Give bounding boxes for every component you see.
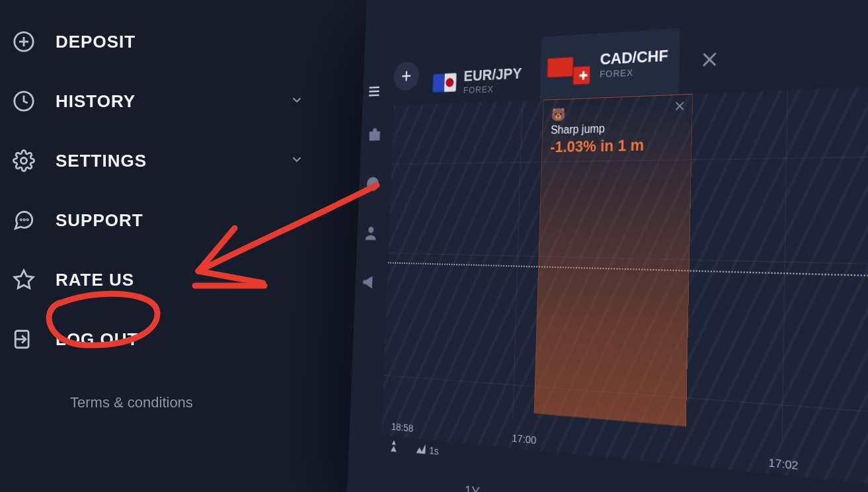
menu-label: SETTINGS <box>56 151 147 171</box>
globe-icon[interactable] <box>365 175 381 193</box>
hamburger-icon[interactable] <box>367 83 381 102</box>
flag-icon <box>547 56 574 77</box>
svg-marker-8 <box>15 270 33 288</box>
tf-3M[interactable]: 3M <box>528 478 577 492</box>
gear-icon <box>12 149 36 173</box>
trading-app: $10000 DEMO EUR/JPY FOREX <box>347 0 868 492</box>
svg-point-15 <box>368 227 374 233</box>
svg-point-4 <box>20 157 26 163</box>
close-icon[interactable] <box>673 99 686 116</box>
megaphone-icon[interactable] <box>361 272 377 292</box>
xaxis-tick: 17:02 <box>768 456 798 472</box>
flag-icon <box>432 73 457 93</box>
menu-label: RATE US <box>56 270 134 290</box>
star-icon <box>12 268 36 292</box>
bear-icon: 🐻 <box>551 102 684 123</box>
chat-icon <box>12 208 36 232</box>
alert-title: Sharp jump <box>551 120 684 137</box>
side-menu: DEPOSIT HISTORY SETTINGS SUPPORT RATE US <box>0 0 344 411</box>
alert-change: -1.03% in 1 m <box>550 135 683 157</box>
menu-item-rateus[interactable]: RATE US <box>12 250 344 309</box>
chart-type-tool[interactable]: 1s <box>414 441 439 458</box>
svg-point-5 <box>20 220 21 220</box>
briefcase-icon[interactable] <box>366 126 383 144</box>
menu-item-logout[interactable]: LOG OUT <box>12 309 344 369</box>
svg-line-12 <box>369 91 379 92</box>
user-icon[interactable] <box>363 224 379 242</box>
svg-line-17 <box>402 76 411 77</box>
menu-label: SUPPORT <box>56 210 143 231</box>
trading-app-perspective: $10000 DEMO EUR/JPY FOREX <box>357 0 868 492</box>
app-icon-rail <box>355 126 389 292</box>
price-chart[interactable]: 0.77502 0.77500 0.77495 0.77498 18:58 17… <box>381 83 868 492</box>
svg-point-7 <box>27 220 28 220</box>
xaxis-tick: 17:00 <box>512 431 536 446</box>
tf-1M[interactable]: 1M <box>613 488 665 492</box>
asset-tab-cadchf[interactable]: CAD/CHF FOREX <box>540 28 680 99</box>
candle-tf: 1s <box>429 444 439 457</box>
menu-label: LOG OUT <box>56 329 138 350</box>
menu-item-settings[interactable]: SETTINGS <box>12 131 344 190</box>
menu-label: HISTORY <box>56 91 136 112</box>
svg-point-6 <box>24 220 24 220</box>
chevron-down-icon <box>290 93 304 110</box>
drawing-tool[interactable] <box>387 438 399 454</box>
asset-tab-eurjpy[interactable]: EUR/JPY FOREX <box>426 57 533 104</box>
menu-item-history[interactable]: HISTORY <box>12 71 344 131</box>
logout-icon <box>12 327 36 351</box>
menu-item-support[interactable]: SUPPORT <box>12 190 344 250</box>
xaxis-tick: 18:58 <box>391 420 414 434</box>
svg-line-11 <box>370 87 379 88</box>
balance-mode: DEMO <box>848 0 868 9</box>
asset-pair: EUR/JPY <box>463 65 522 85</box>
close-tab-button[interactable] <box>699 48 721 73</box>
plus-circle-icon <box>12 30 36 54</box>
tf-1Y[interactable]: 1Y <box>450 470 494 492</box>
asset-market: FOREX <box>463 83 522 96</box>
account-balance[interactable]: $10000 DEMO <box>848 0 868 9</box>
price-alert-panel: 🐻 Sharp jump -1.03% in 1 m <box>534 94 693 427</box>
menu-item-deposit[interactable]: DEPOSIT <box>12 12 344 71</box>
svg-line-13 <box>369 95 379 96</box>
clock-icon <box>12 89 36 113</box>
add-asset-button[interactable] <box>393 61 420 91</box>
menu-label: DEPOSIT <box>56 32 136 52</box>
chevron-down-icon <box>290 152 304 169</box>
asset-tabs: EUR/JPY FOREX CAD/CHF FOREX <box>391 25 721 104</box>
terms-link[interactable]: Terms & conditions <box>70 394 344 411</box>
